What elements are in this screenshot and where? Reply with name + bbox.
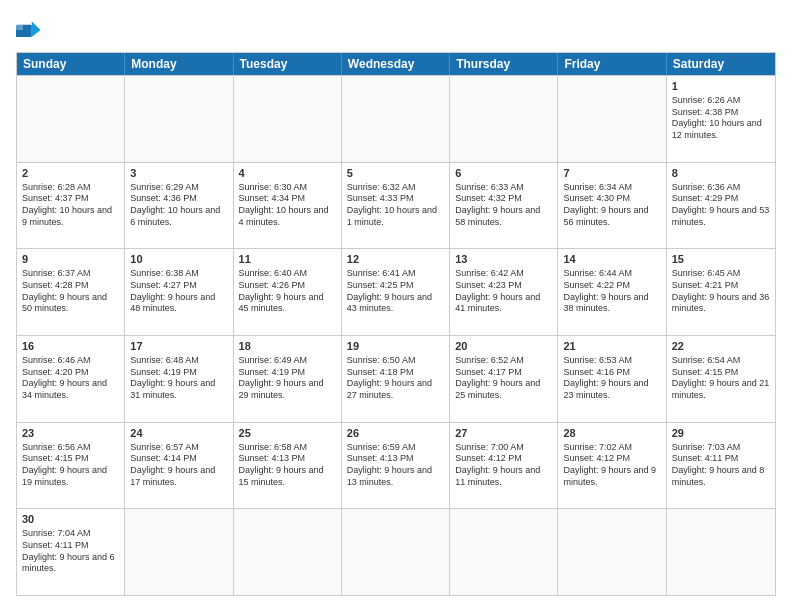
calendar-cell: 9Sunrise: 6:37 AM Sunset: 4:28 PM Daylig… bbox=[17, 249, 125, 335]
day-info: Sunrise: 6:34 AM Sunset: 4:30 PM Dayligh… bbox=[563, 182, 660, 229]
page: SundayMondayTuesdayWednesdayThursdayFrid… bbox=[0, 0, 792, 612]
day-number: 13 bbox=[455, 252, 552, 267]
calendar-cell: 16Sunrise: 6:46 AM Sunset: 4:20 PM Dayli… bbox=[17, 336, 125, 422]
calendar-row: 23Sunrise: 6:56 AM Sunset: 4:15 PM Dayli… bbox=[17, 422, 775, 509]
day-info: Sunrise: 6:42 AM Sunset: 4:23 PM Dayligh… bbox=[455, 268, 552, 315]
day-info: Sunrise: 6:45 AM Sunset: 4:21 PM Dayligh… bbox=[672, 268, 770, 315]
header bbox=[16, 16, 776, 44]
day-info: Sunrise: 6:38 AM Sunset: 4:27 PM Dayligh… bbox=[130, 268, 227, 315]
calendar-cell: 20Sunrise: 6:52 AM Sunset: 4:17 PM Dayli… bbox=[450, 336, 558, 422]
calendar-cell: 2Sunrise: 6:28 AM Sunset: 4:37 PM Daylig… bbox=[17, 163, 125, 249]
calendar-cell: 7Sunrise: 6:34 AM Sunset: 4:30 PM Daylig… bbox=[558, 163, 666, 249]
calendar-cell: 26Sunrise: 6:59 AM Sunset: 4:13 PM Dayli… bbox=[342, 423, 450, 509]
day-number: 5 bbox=[347, 166, 444, 181]
calendar-row: 16Sunrise: 6:46 AM Sunset: 4:20 PM Dayli… bbox=[17, 335, 775, 422]
calendar-cell: 14Sunrise: 6:44 AM Sunset: 4:22 PM Dayli… bbox=[558, 249, 666, 335]
calendar-cell: 1Sunrise: 6:26 AM Sunset: 4:38 PM Daylig… bbox=[667, 76, 775, 162]
day-info: Sunrise: 6:46 AM Sunset: 4:20 PM Dayligh… bbox=[22, 355, 119, 402]
calendar-cell bbox=[125, 76, 233, 162]
calendar-cell: 25Sunrise: 6:58 AM Sunset: 4:13 PM Dayli… bbox=[234, 423, 342, 509]
svg-marker-1 bbox=[32, 21, 41, 37]
calendar-cell: 4Sunrise: 6:30 AM Sunset: 4:34 PM Daylig… bbox=[234, 163, 342, 249]
day-number: 10 bbox=[130, 252, 227, 267]
day-info: Sunrise: 7:02 AM Sunset: 4:12 PM Dayligh… bbox=[563, 442, 660, 489]
day-number: 26 bbox=[347, 426, 444, 441]
day-info: Sunrise: 6:58 AM Sunset: 4:13 PM Dayligh… bbox=[239, 442, 336, 489]
day-number: 9 bbox=[22, 252, 119, 267]
day-number: 20 bbox=[455, 339, 552, 354]
day-number: 11 bbox=[239, 252, 336, 267]
calendar-cell: 6Sunrise: 6:33 AM Sunset: 4:32 PM Daylig… bbox=[450, 163, 558, 249]
calendar-cell: 5Sunrise: 6:32 AM Sunset: 4:33 PM Daylig… bbox=[342, 163, 450, 249]
day-info: Sunrise: 6:48 AM Sunset: 4:19 PM Dayligh… bbox=[130, 355, 227, 402]
day-number: 1 bbox=[672, 79, 770, 94]
day-info: Sunrise: 6:59 AM Sunset: 4:13 PM Dayligh… bbox=[347, 442, 444, 489]
calendar-row: 30Sunrise: 7:04 AM Sunset: 4:11 PM Dayli… bbox=[17, 508, 775, 595]
calendar-cell bbox=[558, 76, 666, 162]
day-info: Sunrise: 6:56 AM Sunset: 4:15 PM Dayligh… bbox=[22, 442, 119, 489]
calendar-cell: 19Sunrise: 6:50 AM Sunset: 4:18 PM Dayli… bbox=[342, 336, 450, 422]
day-info: Sunrise: 6:53 AM Sunset: 4:16 PM Dayligh… bbox=[563, 355, 660, 402]
day-number: 21 bbox=[563, 339, 660, 354]
day-info: Sunrise: 6:57 AM Sunset: 4:14 PM Dayligh… bbox=[130, 442, 227, 489]
calendar-cell bbox=[450, 509, 558, 595]
day-info: Sunrise: 6:52 AM Sunset: 4:17 PM Dayligh… bbox=[455, 355, 552, 402]
day-info: Sunrise: 6:36 AM Sunset: 4:29 PM Dayligh… bbox=[672, 182, 770, 229]
calendar-cell: 28Sunrise: 7:02 AM Sunset: 4:12 PM Dayli… bbox=[558, 423, 666, 509]
calendar-cell: 13Sunrise: 6:42 AM Sunset: 4:23 PM Dayli… bbox=[450, 249, 558, 335]
day-number: 17 bbox=[130, 339, 227, 354]
day-number: 12 bbox=[347, 252, 444, 267]
day-number: 2 bbox=[22, 166, 119, 181]
day-info: Sunrise: 6:32 AM Sunset: 4:33 PM Dayligh… bbox=[347, 182, 444, 229]
calendar-cell: 21Sunrise: 6:53 AM Sunset: 4:16 PM Dayli… bbox=[558, 336, 666, 422]
day-number: 16 bbox=[22, 339, 119, 354]
calendar-row: 2Sunrise: 6:28 AM Sunset: 4:37 PM Daylig… bbox=[17, 162, 775, 249]
day-number: 28 bbox=[563, 426, 660, 441]
calendar-cell: 27Sunrise: 7:00 AM Sunset: 4:12 PM Dayli… bbox=[450, 423, 558, 509]
calendar-cell bbox=[234, 76, 342, 162]
day-number: 8 bbox=[672, 166, 770, 181]
day-number: 24 bbox=[130, 426, 227, 441]
day-number: 25 bbox=[239, 426, 336, 441]
calendar-cell: 29Sunrise: 7:03 AM Sunset: 4:11 PM Dayli… bbox=[667, 423, 775, 509]
day-info: Sunrise: 6:40 AM Sunset: 4:26 PM Dayligh… bbox=[239, 268, 336, 315]
calendar-row: 1Sunrise: 6:26 AM Sunset: 4:38 PM Daylig… bbox=[17, 75, 775, 162]
day-info: Sunrise: 6:33 AM Sunset: 4:32 PM Dayligh… bbox=[455, 182, 552, 229]
calendar-cell bbox=[450, 76, 558, 162]
day-number: 3 bbox=[130, 166, 227, 181]
day-number: 7 bbox=[563, 166, 660, 181]
day-info: Sunrise: 6:54 AM Sunset: 4:15 PM Dayligh… bbox=[672, 355, 770, 402]
header-day: Wednesday bbox=[342, 53, 450, 75]
calendar-cell bbox=[234, 509, 342, 595]
header-day: Monday bbox=[125, 53, 233, 75]
logo bbox=[16, 16, 48, 44]
day-info: Sunrise: 6:50 AM Sunset: 4:18 PM Dayligh… bbox=[347, 355, 444, 402]
day-info: Sunrise: 6:41 AM Sunset: 4:25 PM Dayligh… bbox=[347, 268, 444, 315]
calendar-cell: 3Sunrise: 6:29 AM Sunset: 4:36 PM Daylig… bbox=[125, 163, 233, 249]
calendar-cell: 10Sunrise: 6:38 AM Sunset: 4:27 PM Dayli… bbox=[125, 249, 233, 335]
calendar-cell bbox=[342, 509, 450, 595]
day-number: 29 bbox=[672, 426, 770, 441]
calendar-cell: 11Sunrise: 6:40 AM Sunset: 4:26 PM Dayli… bbox=[234, 249, 342, 335]
calendar-cell: 30Sunrise: 7:04 AM Sunset: 4:11 PM Dayli… bbox=[17, 509, 125, 595]
day-number: 30 bbox=[22, 512, 119, 527]
day-info: Sunrise: 6:30 AM Sunset: 4:34 PM Dayligh… bbox=[239, 182, 336, 229]
calendar: SundayMondayTuesdayWednesdayThursdayFrid… bbox=[16, 52, 776, 596]
day-info: Sunrise: 6:26 AM Sunset: 4:38 PM Dayligh… bbox=[672, 95, 770, 142]
day-number: 19 bbox=[347, 339, 444, 354]
day-info: Sunrise: 6:49 AM Sunset: 4:19 PM Dayligh… bbox=[239, 355, 336, 402]
calendar-cell: 15Sunrise: 6:45 AM Sunset: 4:21 PM Dayli… bbox=[667, 249, 775, 335]
day-number: 22 bbox=[672, 339, 770, 354]
calendar-cell bbox=[17, 76, 125, 162]
day-info: Sunrise: 7:03 AM Sunset: 4:11 PM Dayligh… bbox=[672, 442, 770, 489]
calendar-cell: 23Sunrise: 6:56 AM Sunset: 4:15 PM Dayli… bbox=[17, 423, 125, 509]
day-number: 15 bbox=[672, 252, 770, 267]
day-number: 27 bbox=[455, 426, 552, 441]
day-number: 4 bbox=[239, 166, 336, 181]
day-info: Sunrise: 6:37 AM Sunset: 4:28 PM Dayligh… bbox=[22, 268, 119, 315]
header-day: Friday bbox=[558, 53, 666, 75]
day-info: Sunrise: 7:00 AM Sunset: 4:12 PM Dayligh… bbox=[455, 442, 552, 489]
calendar-cell bbox=[558, 509, 666, 595]
calendar-cell: 24Sunrise: 6:57 AM Sunset: 4:14 PM Dayli… bbox=[125, 423, 233, 509]
day-number: 23 bbox=[22, 426, 119, 441]
